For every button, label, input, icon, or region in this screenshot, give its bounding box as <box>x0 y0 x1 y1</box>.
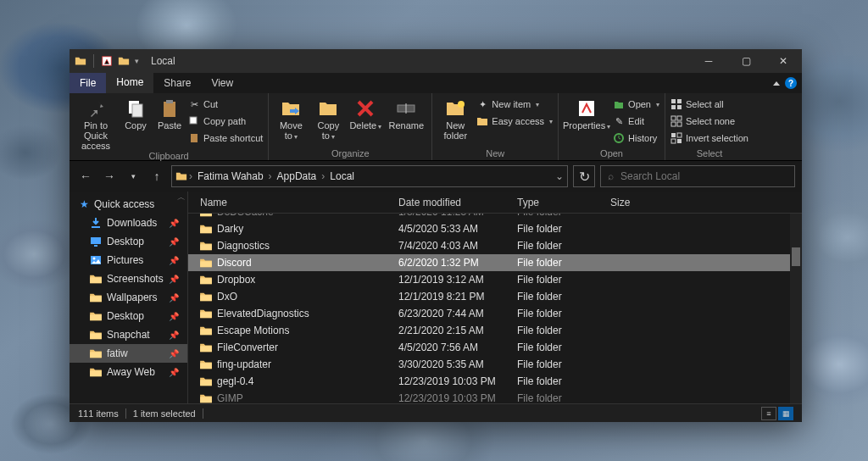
open-button[interactable]: Open <box>613 97 659 112</box>
file-row[interactable]: ElevatedDiagnostics6/23/2020 7:44 AMFile… <box>188 305 802 322</box>
folder-icon[interactable] <box>118 55 130 67</box>
svg-rect-20 <box>671 133 676 137</box>
refresh-button[interactable]: ↻ <box>573 165 595 187</box>
menu-view[interactable]: View <box>201 73 243 93</box>
sidebar-item[interactable]: Away Web📌 <box>70 363 187 381</box>
file-row[interactable]: Dropbox12/1/2019 3:12 AMFile folder <box>188 271 802 288</box>
cut-button[interactable]: ✂Cut <box>188 97 263 112</box>
navigation-pane[interactable]: ︿ ★ Quick access Downloads📌Desktop📌Pictu… <box>70 192 188 403</box>
help-icon[interactable]: ? <box>785 77 797 89</box>
column-name[interactable]: Name <box>188 197 398 208</box>
file-type: File folder <box>517 223 610 235</box>
copy-path-button[interactable]: Copy path <box>188 114 263 129</box>
group-label: New <box>437 148 553 160</box>
file-row[interactable]: Diagnostics7/4/2020 4:03 AMFile folder <box>188 237 802 254</box>
file-row[interactable]: Darky4/5/2020 5:33 AMFile folder <box>188 220 802 237</box>
select-none-button[interactable]: Select none <box>670 114 748 129</box>
file-date: 6/23/2020 7:44 AM <box>398 308 517 319</box>
file-row[interactable]: DxO12/1/2019 8:21 PMFile folder <box>188 288 802 305</box>
select-all-button[interactable]: Select all <box>670 97 748 112</box>
breadcrumb-item[interactable]: Fatima Wahab <box>194 170 267 182</box>
chevron-down-icon[interactable]: ⌄ <box>555 170 564 182</box>
file-row[interactable]: FileConverter4/5/2020 7:56 AMFile folder <box>188 339 802 356</box>
paste-shortcut-button[interactable]: Paste shortcut <box>188 131 263 146</box>
menu-file[interactable]: File <box>70 73 106 93</box>
column-type[interactable]: Type <box>517 197 610 208</box>
sidebar-quick-access[interactable]: ★ Quick access <box>70 195 187 214</box>
folder-icon <box>200 224 212 234</box>
column-date[interactable]: Date modified <box>398 197 517 208</box>
window-title: Local <box>151 55 175 67</box>
collapse-ribbon-icon[interactable] <box>773 81 780 86</box>
recent-locations-button[interactable]: ▾ <box>124 167 142 186</box>
sidebar-item[interactable]: Snapchat📌 <box>70 325 187 344</box>
breadcrumb-item[interactable]: Local <box>326 170 358 182</box>
rename-button[interactable]: Rename <box>386 95 426 131</box>
back-button[interactable]: ← <box>76 167 95 186</box>
history-button[interactable]: History <box>613 131 659 146</box>
scrollbar[interactable] <box>790 214 802 403</box>
file-row[interactable]: GIMP12/23/2019 10:03 PMFile folder <box>188 390 802 403</box>
scroll-up-icon[interactable]: ︿ <box>177 192 186 203</box>
copy-to-icon <box>318 98 338 119</box>
thumbnails-view-button[interactable]: ▦ <box>778 407 793 420</box>
copy-to-button[interactable]: Copy to <box>311 95 345 142</box>
easy-access-button[interactable]: Easy access <box>476 114 553 129</box>
file-name: Discord <box>217 257 252 269</box>
sidebar-item[interactable]: fatiw📌 <box>70 344 187 363</box>
sidebar-item[interactable]: Pictures📌 <box>70 251 187 269</box>
sidebar-item[interactable]: Desktop📌 <box>70 307 187 325</box>
maximize-button[interactable]: ▢ <box>727 49 765 73</box>
breadcrumb-item[interactable]: AppData <box>274 170 320 182</box>
sidebar-item[interactable]: Screenshots📌 <box>70 269 187 288</box>
address-bar[interactable]: › Fatima Wahab › AppData › Local ⌄ <box>171 165 568 187</box>
delete-button[interactable]: Delete <box>348 95 382 131</box>
properties-button[interactable]: Properties <box>564 95 609 131</box>
forward-button[interactable]: → <box>100 167 119 186</box>
copy-button[interactable]: Copy <box>120 95 151 131</box>
sidebar-item[interactable]: Downloads📌 <box>70 214 187 232</box>
file-rows[interactable]: D3DSCache1/3/2020 11:23 AMFile folderDar… <box>188 214 802 403</box>
menu-home[interactable]: Home <box>106 73 153 93</box>
menu-share[interactable]: Share <box>153 73 201 93</box>
close-button[interactable]: ✕ <box>765 49 802 73</box>
sidebar-item[interactable]: Desktop📌 <box>70 232 187 251</box>
details-view-button[interactable]: ≡ <box>761 407 776 420</box>
chevron-right-icon[interactable]: › <box>321 170 325 182</box>
scroll-thumb[interactable] <box>792 247 800 266</box>
file-row[interactable]: D3DSCache1/3/2020 11:23 AMFile folder <box>188 214 802 220</box>
file-date: 12/1/2019 3:12 AM <box>398 274 517 286</box>
minimize-button[interactable]: ─ <box>690 49 727 73</box>
paste-button[interactable]: Paste <box>154 95 185 131</box>
move-to-button[interactable]: Move to <box>274 95 308 142</box>
file-type: File folder <box>517 257 610 269</box>
folder-icon <box>200 325 212 336</box>
pin-to-quick-access-button[interactable]: Pin to Quick access <box>75 95 117 151</box>
file-row[interactable]: gegl-0.412/23/2019 10:03 PMFile folder <box>188 373 802 390</box>
file-row[interactable]: Escape Motions2/21/2020 2:15 AMFile fold… <box>188 322 802 339</box>
chevron-right-icon[interactable]: › <box>189 170 192 182</box>
move-to-icon <box>281 98 301 119</box>
properties-icon[interactable] <box>101 55 113 67</box>
qat-overflow[interactable]: ▾ <box>135 57 139 65</box>
folder-icon <box>90 367 102 377</box>
chevron-right-icon[interactable]: › <box>269 170 272 182</box>
invert-selection-button[interactable]: Invert selection <box>670 131 748 146</box>
new-folder-button[interactable]: New folder <box>437 95 473 141</box>
label: Snapchat <box>107 329 150 341</box>
label: Invert selection <box>686 133 748 143</box>
new-item-button[interactable]: ✦New item <box>476 97 553 112</box>
svg-rect-23 <box>671 139 676 143</box>
title-bar[interactable]: ▾ Local ─ ▢ ✕ <box>70 49 802 73</box>
file-row[interactable]: fing-updater3/30/2020 5:35 AMFile folder <box>188 356 802 373</box>
file-row[interactable]: Discord6/2/2020 1:32 PMFile folder <box>188 254 802 271</box>
column-size[interactable]: Size <box>610 197 802 208</box>
svg-point-28 <box>93 258 96 260</box>
up-button[interactable]: ↑ <box>147 167 166 186</box>
sidebar-item[interactable]: Wallpapers📌 <box>70 288 187 307</box>
search-input[interactable]: ⌕ Search Local <box>600 165 795 187</box>
rename-icon <box>396 98 416 119</box>
file-date: 1/3/2020 11:23 AM <box>398 214 517 218</box>
edit-button[interactable]: ✎Edit <box>613 114 659 129</box>
download-icon <box>90 217 102 229</box>
